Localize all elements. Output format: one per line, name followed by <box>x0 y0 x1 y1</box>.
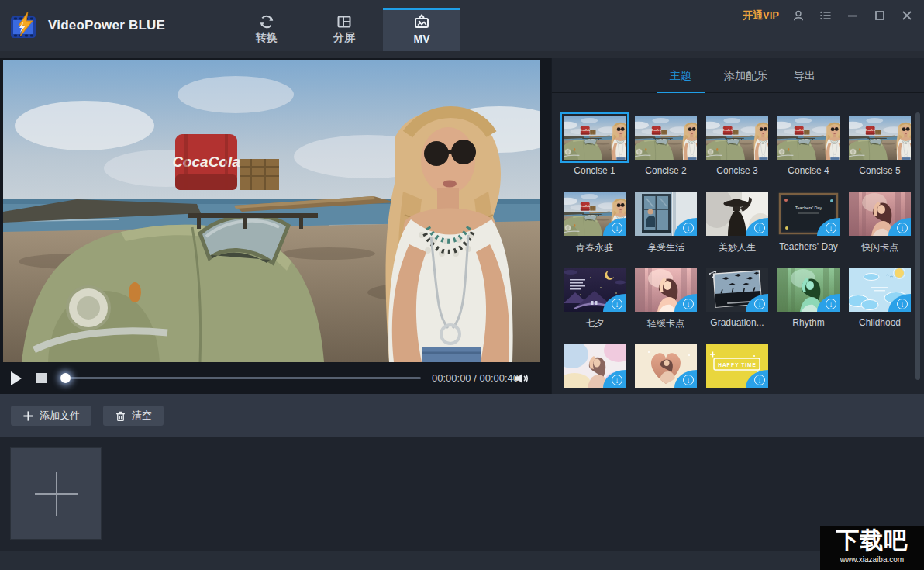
girl-car-thumbnail[interactable] <box>706 116 768 160</box>
theme-item[interactable]: ↓快闪卡点 <box>849 192 911 268</box>
theme-item[interactable]: ↓Teachers' Day <box>777 192 840 268</box>
girl-car-thumbnail[interactable] <box>777 116 840 160</box>
app-logo-icon <box>9 10 40 41</box>
minimize-icon[interactable] <box>845 8 860 23</box>
seek-knob[interactable] <box>60 373 71 383</box>
theme-item[interactable]: Concise 2 <box>635 116 697 192</box>
theme-item[interactable]: ↓Graduation... <box>706 268 768 344</box>
add-clip-placeholder[interactable] <box>10 447 102 540</box>
titlebar-actions: 开通VIP <box>743 5 915 26</box>
close-icon[interactable] <box>899 8 915 23</box>
grad-thumbnail[interactable]: ↓ <box>706 268 768 312</box>
plus-icon <box>22 410 34 422</box>
tab-split-label: 分屏 <box>333 31 355 45</box>
theme-item[interactable]: ↓ <box>706 344 768 394</box>
trash-icon <box>115 410 126 422</box>
girl-car-scene <box>564 116 626 160</box>
split-screen-icon <box>336 13 353 30</box>
mv-tv-icon <box>413 13 430 30</box>
girl-car-scene <box>635 116 697 160</box>
theme-item[interactable]: Concise 1 <box>564 116 626 192</box>
file-toolbar: 添加文件 清空 <box>0 394 924 437</box>
theme-label: Graduation... <box>706 317 768 328</box>
tab-convert-label: 转换 <box>256 31 278 45</box>
theme-item[interactable]: ↓享受生活 <box>635 192 697 268</box>
menu-list-icon[interactable] <box>818 8 833 23</box>
girl-car-thumbnail[interactable] <box>635 116 697 160</box>
app-title: VideoPower BLUE <box>48 0 165 51</box>
girl-car-scene <box>777 116 840 160</box>
watercolor-thumbnail[interactable]: ↓ <box>564 344 626 388</box>
silhouette-thumbnail[interactable]: ↓ <box>706 192 768 236</box>
rhythm-thumbnail[interactable]: ↓ <box>777 268 840 312</box>
tab-split-screen[interactable]: 分屏 <box>305 8 383 51</box>
theme-panel: 主题 添加配乐 导出 Concise 1Concise 2Concise 3Co… <box>552 58 924 394</box>
theme-item[interactable]: ↓ <box>564 344 626 394</box>
happy-thumbnail[interactable]: ↓ <box>706 344 768 388</box>
childhood-thumbnail[interactable]: ↓ <box>849 268 911 312</box>
plus-icon <box>56 472 57 516</box>
theme-label: Concise 1 <box>564 165 626 176</box>
theme-item[interactable]: Concise 5 <box>849 116 911 192</box>
tab-theme[interactable]: 主题 <box>656 58 705 93</box>
stop-button[interactable] <box>36 373 47 383</box>
watermark-title: 下载吧 <box>820 526 924 555</box>
seek-slider[interactable] <box>65 377 421 379</box>
watermark: 下载吧 www.xiazaiba.com <box>820 526 924 570</box>
girl-car-thumbnail[interactable] <box>564 116 626 160</box>
girl-car-thumbnail[interactable]: ↓ <box>564 192 626 236</box>
teachers-thumbnail[interactable]: ↓ <box>777 192 840 236</box>
theme-label: 青春永驻 <box>564 241 626 254</box>
volume-icon[interactable] <box>513 371 529 389</box>
theme-label: Childhood <box>849 317 911 328</box>
flash-soft-thumbnail[interactable]: ↓ <box>635 268 697 312</box>
tab-mv[interactable]: MV <box>383 8 460 51</box>
theme-item[interactable]: Concise 4 <box>777 116 840 192</box>
watermark-url: www.xiazaiba.com <box>820 555 924 565</box>
tab-convert[interactable]: 转换 <box>228 8 305 51</box>
theme-label: 快闪卡点 <box>849 241 911 254</box>
clear-button[interactable]: 清空 <box>103 406 164 426</box>
theme-item[interactable]: ↓轻缓卡点 <box>635 268 697 344</box>
app-window: VideoPower BLUE 转换 <box>0 0 924 570</box>
theme-item[interactable]: ↓Rhythm <box>777 268 840 344</box>
qixi-thumbnail[interactable]: ↓ <box>564 268 626 312</box>
theme-label: 美妙人生 <box>706 241 768 254</box>
tab-export[interactable]: 导出 <box>781 58 828 93</box>
time-display: 00:00:00 / 00:00:40 <box>432 372 519 384</box>
add-files-button[interactable]: 添加文件 <box>11 406 91 426</box>
scrollbar-thumb[interactable] <box>915 112 920 380</box>
maximize-icon[interactable] <box>872 8 888 23</box>
theme-label: 轻缓卡点 <box>635 317 697 330</box>
theme-label: Concise 5 <box>849 165 911 176</box>
theme-item[interactable]: ↓Childhood <box>849 268 911 344</box>
playback-controls: 00:00:00 / 00:00:40 <box>0 362 551 394</box>
girl-car-thumbnail[interactable] <box>849 116 911 160</box>
window-thumbnail[interactable]: ↓ <box>635 192 697 236</box>
play-button[interactable] <box>11 371 22 385</box>
theme-label: Concise 2 <box>635 165 697 176</box>
status-bar <box>0 551 924 570</box>
theme-item[interactable]: ↓青春永驻 <box>564 192 626 268</box>
tab-mv-label: MV <box>414 33 430 45</box>
titlebar-divider <box>0 51 924 58</box>
main-tabs: 转换 分屏 <box>228 8 460 51</box>
theme-label: Teachers' Day <box>777 241 840 252</box>
theme-item[interactable]: ↓美妙人生 <box>706 192 768 268</box>
flash-pink-thumbnail[interactable]: ↓ <box>849 192 911 236</box>
tab-add-music[interactable]: 添加配乐 <box>713 58 778 93</box>
theme-item[interactable]: ↓七夕 <box>564 268 626 344</box>
video-preview <box>3 60 540 362</box>
clear-label: 清空 <box>132 409 152 423</box>
user-icon[interactable] <box>791 8 806 23</box>
heart-thumbnail[interactable]: ↓ <box>635 344 697 388</box>
vip-link[interactable]: 开通VIP <box>743 9 779 22</box>
theme-label: Concise 3 <box>706 165 768 176</box>
girl-car-scene <box>706 116 768 160</box>
theme-label: 七夕 <box>564 317 626 330</box>
panel-tabs: 主题 添加配乐 导出 <box>552 58 924 93</box>
theme-item[interactable]: Concise 3 <box>706 116 768 192</box>
theme-label: Concise 4 <box>777 165 840 176</box>
add-files-label: 添加文件 <box>40 409 80 423</box>
theme-item[interactable]: ↓ <box>635 344 697 394</box>
